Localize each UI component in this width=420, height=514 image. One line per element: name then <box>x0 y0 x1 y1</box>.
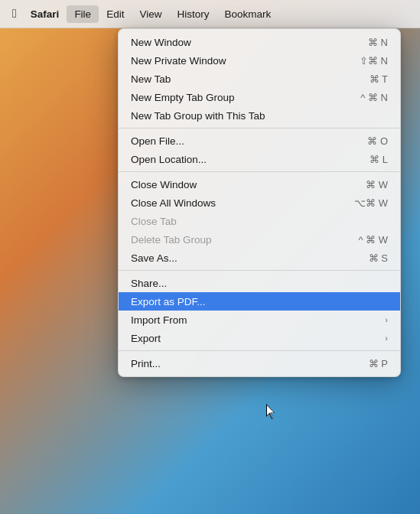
open-file-item[interactable]: Open File... ⌘ O <box>119 132 400 150</box>
open-location-item[interactable]: Open Location... ⌘ L <box>119 150 400 168</box>
new-tab-shortcut: ⌘ T <box>370 73 388 85</box>
close-all-windows-item[interactable]: Close All Windows ⌥⌘ W <box>119 194 400 212</box>
new-tab-group-with-tab-item[interactable]: New Tab Group with This Tab <box>119 106 400 125</box>
save-as-item[interactable]: Save As... ⌘ S <box>119 249 400 267</box>
delete-tab-group-label: Delete Tab Group <box>131 234 343 246</box>
new-tab-item[interactable]: New Tab ⌘ T <box>119 70 400 88</box>
separator-2 <box>119 171 400 172</box>
new-window-item[interactable]: New Window ⌘ N <box>119 33 400 51</box>
safari-menu-item[interactable]: Safari <box>23 5 67 23</box>
edit-menu-item[interactable]: Edit <box>99 5 132 23</box>
delete-tab-group-item: Delete Tab Group ^ ⌘ W <box>119 230 400 249</box>
separator-1 <box>119 128 400 128</box>
new-window-shortcut: ⌘ N <box>368 37 388 48</box>
import-from-arrow: › <box>385 315 388 324</box>
save-as-label: Save As... <box>131 252 353 264</box>
close-all-windows-shortcut: ⌥⌘ W <box>354 197 388 209</box>
print-item[interactable]: Print... ⌘ P <box>119 354 400 372</box>
close-window-shortcut: ⌘ W <box>366 179 388 190</box>
share-item[interactable]: Share... <box>119 274 400 292</box>
separator-3 <box>119 270 400 271</box>
new-private-window-label: New Private Window <box>131 55 344 67</box>
export-arrow: › <box>385 333 388 343</box>
delete-tab-group-shortcut: ^ ⌘ W <box>358 234 388 246</box>
new-window-label: New Window <box>131 37 353 48</box>
separator-4 <box>119 350 400 351</box>
new-tab-group-with-tab-label: New Tab Group with This Tab <box>131 110 373 122</box>
export-as-pdf-item[interactable]: Export as PDF... <box>119 292 400 311</box>
export-label: Export <box>131 333 379 344</box>
history-menu-item[interactable]: History <box>169 5 217 23</box>
file-menu-item[interactable]: File <box>67 5 99 23</box>
export-item[interactable]: Export › <box>119 329 400 347</box>
open-location-shortcut: ⌘ L <box>370 154 388 165</box>
import-from-item[interactable]: Import From › <box>119 311 400 329</box>
save-as-shortcut: ⌘ S <box>369 252 388 264</box>
file-dropdown-menu: New Window ⌘ N New Private Window ⇧⌘ N N… <box>118 28 401 377</box>
apple-menu-item[interactable]:  <box>6 4 23 24</box>
menu-bar:  Safari File Edit View History Bookmark <box>0 0 420 28</box>
print-label: Print... <box>131 358 353 369</box>
bookmarks-menu-item[interactable]: Bookmark <box>217 5 278 23</box>
close-window-item[interactable]: Close Window ⌘ W <box>119 175 400 194</box>
new-tab-label: New Tab <box>131 73 354 85</box>
export-as-pdf-label: Export as PDF... <box>131 296 373 307</box>
close-tab-label: Close Tab <box>131 216 373 227</box>
close-window-label: Close Window <box>131 179 350 190</box>
open-file-label: Open File... <box>131 135 352 147</box>
share-label: Share... <box>131 278 373 289</box>
new-empty-tab-group-label: New Empty Tab Group <box>131 92 345 103</box>
new-empty-tab-group-shortcut: ^ ⌘ N <box>360 92 388 103</box>
import-from-label: Import From <box>131 314 379 326</box>
print-shortcut: ⌘ P <box>369 358 388 369</box>
close-tab-item: Close Tab <box>119 212 400 230</box>
open-file-shortcut: ⌘ O <box>367 135 388 147</box>
open-location-label: Open Location... <box>131 154 354 165</box>
close-all-windows-label: Close All Windows <box>131 197 339 209</box>
new-private-window-shortcut: ⇧⌘ N <box>360 55 388 67</box>
new-empty-tab-group-item[interactable]: New Empty Tab Group ^ ⌘ N <box>119 88 400 106</box>
view-menu-item[interactable]: View <box>132 5 169 23</box>
new-private-window-item[interactable]: New Private Window ⇧⌘ N <box>119 51 400 70</box>
